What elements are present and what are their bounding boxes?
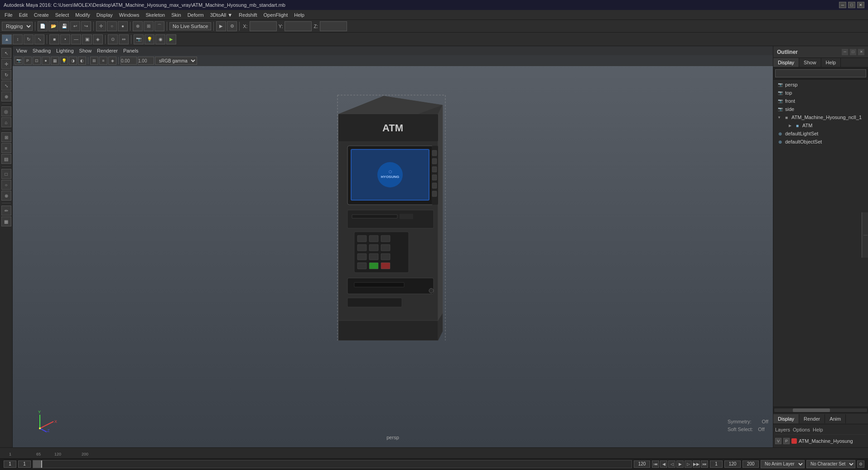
vp-xray-btn[interactable]: ◈ bbox=[108, 57, 116, 65]
new-file-button[interactable]: 📄 bbox=[38, 21, 48, 31]
uvs-mode-button[interactable]: ◈ bbox=[93, 34, 103, 44]
menu-modify[interactable]: Modify bbox=[72, 11, 92, 19]
prev-key-button[interactable]: ◁ bbox=[668, 460, 675, 468]
menu-edit[interactable]: Edit bbox=[16, 11, 30, 19]
menu-deform[interactable]: Deform bbox=[185, 11, 207, 19]
end-frame-input[interactable] bbox=[634, 460, 650, 468]
select-tool-left[interactable]: ↖ bbox=[1, 48, 11, 58]
anim-layer-selector[interactable]: No Anim Layer bbox=[761, 460, 805, 468]
menu-skin[interactable]: Skin bbox=[169, 11, 183, 19]
tree-item-side[interactable]: 📷 side bbox=[773, 105, 868, 113]
gamma-selector[interactable]: sRGB gamma bbox=[155, 57, 197, 65]
vp-ao-btn[interactable]: ◐ bbox=[78, 57, 86, 65]
lasso-tool-button[interactable]: ○ bbox=[107, 21, 117, 31]
show-attr[interactable]: ≡ bbox=[1, 143, 11, 153]
render-settings-button[interactable]: ⚙ bbox=[227, 21, 237, 31]
scale-tool-left[interactable]: ⤡ bbox=[1, 81, 11, 91]
menu-3dtoall[interactable]: 3DtoAll ▼ bbox=[207, 11, 235, 19]
right-edge-tab[interactable]: ⋮ bbox=[862, 212, 868, 258]
rb-tab-anim[interactable]: Anim bbox=[825, 414, 846, 423]
outliner-minimize[interactable]: ─ bbox=[842, 49, 848, 55]
tree-item-atm-group[interactable]: ▼ ■ ATM_Machine_Hyosung_nclI_1 bbox=[773, 113, 868, 121]
skip-end-button[interactable]: ⏭ bbox=[701, 460, 708, 468]
face-mode-button[interactable]: ▣ bbox=[82, 34, 92, 44]
vp-persp-btn[interactable]: P bbox=[24, 57, 32, 65]
vp-menu-panels[interactable]: Panels bbox=[123, 48, 139, 53]
vp-menu-shading[interactable]: Shading bbox=[33, 48, 51, 53]
next-key-button[interactable]: ▷ bbox=[685, 460, 692, 468]
select-tool-button[interactable]: ✛ bbox=[96, 21, 106, 31]
x-value-input[interactable] bbox=[250, 21, 277, 31]
paint-sel-button[interactable]: ● bbox=[118, 21, 128, 31]
layer-color-swatch[interactable] bbox=[791, 438, 797, 444]
sym-button[interactable]: ⇔ bbox=[119, 34, 129, 44]
lp-tab-layers[interactable]: Layers bbox=[775, 427, 790, 432]
y-value-input[interactable] bbox=[285, 21, 312, 31]
minimize-button[interactable]: ─ bbox=[839, 2, 846, 8]
create-nurbs[interactable]: ○ bbox=[1, 180, 11, 190]
vp-menu-show[interactable]: Show bbox=[79, 48, 92, 53]
tree-item-atm[interactable]: ▶ ■ ATM bbox=[773, 121, 868, 129]
timeline-bar[interactable] bbox=[33, 460, 632, 468]
outliner-search-input[interactable] bbox=[775, 69, 866, 77]
undo-button[interactable]: ↩ bbox=[70, 21, 80, 31]
rb-tab-render[interactable]: Render bbox=[799, 414, 825, 423]
menu-file[interactable]: File bbox=[2, 11, 15, 19]
tree-item-persp[interactable]: 📷 persp bbox=[773, 81, 868, 89]
menu-redshift[interactable]: Redshift bbox=[236, 11, 260, 19]
vp-shadow-btn[interactable]: ◑ bbox=[69, 57, 77, 65]
vp-tex-btn[interactable]: ▦ bbox=[51, 57, 59, 65]
maximize-button[interactable]: □ bbox=[848, 2, 855, 8]
light-button[interactable]: 💡 bbox=[145, 34, 154, 44]
layer-playback-toggle[interactable]: P bbox=[783, 438, 790, 444]
sculpt-tool[interactable]: ⌂ bbox=[1, 117, 11, 127]
tree-item-front[interactable]: 📷 front bbox=[773, 97, 868, 105]
layer-visibility-toggle[interactable]: V bbox=[775, 438, 781, 444]
menu-openflight[interactable]: OpenFlight bbox=[260, 11, 290, 19]
lp-tab-help[interactable]: Help bbox=[813, 427, 823, 432]
snap-button[interactable]: ⊕ bbox=[133, 21, 143, 31]
rotate-tool-button[interactable]: ↻ bbox=[24, 34, 34, 44]
channel-box[interactable]: ▤ bbox=[1, 154, 11, 164]
menu-select[interactable]: Select bbox=[53, 11, 72, 19]
menu-help[interactable]: Help bbox=[291, 11, 307, 19]
render-view-button[interactable]: ▶ bbox=[166, 34, 176, 44]
timeline-options-button[interactable]: ⚙ bbox=[857, 460, 864, 468]
move-tool-button[interactable]: ↕ bbox=[13, 34, 23, 44]
vp-smooth-btn[interactable]: ● bbox=[42, 57, 50, 65]
play-button[interactable]: ▶ bbox=[676, 460, 684, 468]
outliner-tab-show[interactable]: Show bbox=[799, 58, 821, 67]
render-button[interactable]: ▶ bbox=[216, 21, 226, 31]
camera-button[interactable]: 📷 bbox=[134, 34, 144, 44]
range-end-input[interactable] bbox=[743, 460, 759, 468]
soft-mod-tool[interactable]: ◎ bbox=[1, 106, 11, 116]
vp-menu-view[interactable]: View bbox=[16, 48, 27, 53]
save-file-button[interactable]: 💾 bbox=[59, 21, 69, 31]
vp-value-b[interactable] bbox=[138, 57, 154, 65]
menu-display[interactable]: Display bbox=[94, 11, 116, 19]
outliner-close[interactable]: ✕ bbox=[858, 49, 864, 55]
z-value-input[interactable] bbox=[320, 21, 347, 31]
next-frame-button[interactable]: ▶▶ bbox=[693, 460, 700, 468]
vertex-mode-button[interactable]: • bbox=[60, 34, 70, 44]
menu-skeleton[interactable]: Skeleton bbox=[143, 11, 168, 19]
shader-ball-button[interactable]: ◉ bbox=[155, 34, 165, 44]
vp-menu-renderer[interactable]: Renderer bbox=[97, 48, 118, 53]
outliner-tab-help[interactable]: Help bbox=[821, 58, 841, 67]
snap-curve-button[interactable]: ⌒ bbox=[154, 21, 164, 31]
outliner-maximize[interactable]: □ bbox=[850, 49, 856, 55]
move-tool-left[interactable]: ✛ bbox=[1, 59, 11, 69]
create-poly[interactable]: □ bbox=[1, 169, 11, 179]
select-arrow-button[interactable]: ▲ bbox=[2, 34, 12, 44]
outliner-scrollbar[interactable] bbox=[773, 407, 868, 413]
snap-grid-button[interactable]: ⊞ bbox=[144, 21, 154, 31]
vp-hud-btn[interactable]: ≡ bbox=[99, 57, 107, 65]
menu-windows[interactable]: Windows bbox=[116, 11, 142, 19]
vp-value-a[interactable] bbox=[121, 57, 137, 65]
render-region[interactable]: ▦ bbox=[1, 216, 11, 226]
menu-create[interactable]: Create bbox=[31, 11, 52, 19]
open-file-button[interactable]: 📂 bbox=[48, 21, 58, 31]
rotate-tool-left[interactable]: ↻ bbox=[1, 70, 11, 80]
range-playback-end-input[interactable] bbox=[724, 460, 741, 468]
scroll-thumb[interactable] bbox=[793, 408, 830, 412]
